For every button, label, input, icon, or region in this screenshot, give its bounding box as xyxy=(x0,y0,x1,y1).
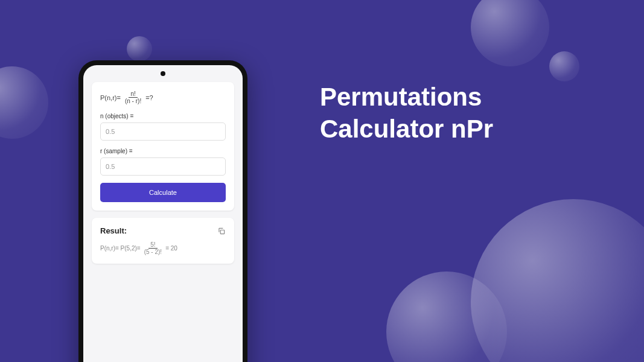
decorative-sphere xyxy=(471,0,549,66)
decorative-sphere xyxy=(549,51,579,81)
result-formula: P(n,r)= P(5,2)= 5! (5 - 2)! = 20 xyxy=(100,241,226,255)
input-card: P(n,r)= n! (n - r)! =? n (objects) = r (… xyxy=(92,82,234,211)
phone-screen: P(n,r)= n! (n - r)! =? n (objects) = r (… xyxy=(83,65,243,362)
title-line-2: Calculator nPr xyxy=(320,113,493,145)
result-card: Result: P(n,r)= P(5,2)= 5! (5 - 2)! = 20 xyxy=(92,218,234,264)
result-fraction: 5! (5 - 2)! xyxy=(142,241,164,255)
decorative-sphere xyxy=(0,66,48,139)
app-content: P(n,r)= n! (n - r)! =? n (objects) = r (… xyxy=(83,65,243,279)
formula-fraction: n! (n - r)! xyxy=(123,91,143,104)
result-prefix: P(n,r)= P(5,2)= xyxy=(100,245,141,252)
n-label: n (objects) = xyxy=(100,113,226,119)
n-input[interactable] xyxy=(100,122,226,141)
formula-display: P(n,r)= n! (n - r)! =? xyxy=(100,91,226,104)
phone-mockup: P(n,r)= n! (n - r)! =? n (objects) = r (… xyxy=(78,60,247,362)
formula-denominator: (n - r)! xyxy=(123,98,143,104)
r-label: r (sample) = xyxy=(100,148,226,154)
result-denominator: (5 - 2)! xyxy=(142,249,164,255)
r-input[interactable] xyxy=(100,157,226,176)
copy-icon[interactable] xyxy=(217,227,226,235)
svg-rect-0 xyxy=(220,230,224,233)
formula-numerator: n! xyxy=(129,91,137,98)
result-value: = 20 xyxy=(165,245,177,252)
formula-prefix: P(n,r)= xyxy=(100,94,121,101)
result-numerator: 5! xyxy=(148,241,157,249)
result-header: Result: xyxy=(100,226,226,235)
result-title: Result: xyxy=(100,226,127,235)
decorative-sphere xyxy=(127,36,152,62)
formula-suffix: =? xyxy=(145,94,153,101)
title-line-1: Permutations xyxy=(320,81,493,113)
page-title: Permutations Calculator nPr xyxy=(320,81,493,145)
calculate-button[interactable]: Calculate xyxy=(100,183,226,202)
phone-camera-notch xyxy=(161,71,165,76)
